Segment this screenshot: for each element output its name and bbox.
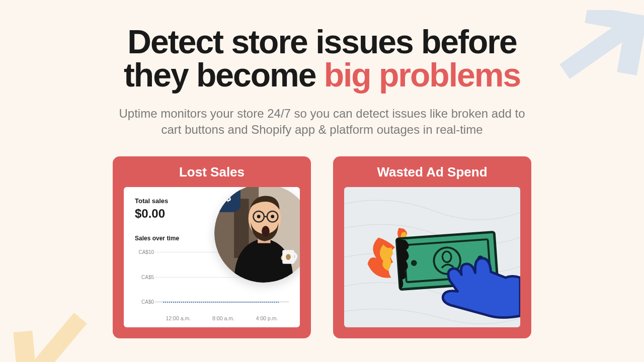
svg-point-10 xyxy=(271,215,274,218)
chart-ytick: CA$5 xyxy=(135,274,154,280)
chart-ytick: CA$0 xyxy=(135,299,154,304)
burning-money-illustration xyxy=(344,187,520,327)
card-lost-sales: Lost Sales Total sales $0.00 Sales over … xyxy=(113,156,311,338)
card-lost-sales-title: Lost Sales xyxy=(124,164,300,180)
svg-point-14 xyxy=(286,254,291,260)
chart-series-line xyxy=(163,302,279,303)
page-headline: Detect store issues before they become b… xyxy=(96,25,548,92)
svg-point-9 xyxy=(257,215,261,218)
chart-xtick: 8:00 a.m. xyxy=(212,315,234,321)
chart-ytick: CA$10 xyxy=(135,249,154,255)
chart-xtick: 4:00 p.m. xyxy=(256,315,278,321)
card-wasted-ad-body xyxy=(344,187,520,327)
chart-xlabels: 12:00 a.m. 8:00 a.m. 4:00 p.m. xyxy=(155,315,289,321)
card-lost-sales-body: Total sales $0.00 Sales over time CA$10 … xyxy=(124,187,300,327)
card-wasted-ad-spend: Wasted Ad Spend xyxy=(333,156,531,338)
card-wasted-ad-title: Wasted Ad Spend xyxy=(344,164,520,180)
page-subheadline: Uptime monitors your store 24/7 so you c… xyxy=(113,106,531,138)
headline-accent: big problems xyxy=(324,56,520,94)
svg-point-11 xyxy=(262,226,270,237)
chart-xtick: 12:00 a.m. xyxy=(166,315,191,321)
